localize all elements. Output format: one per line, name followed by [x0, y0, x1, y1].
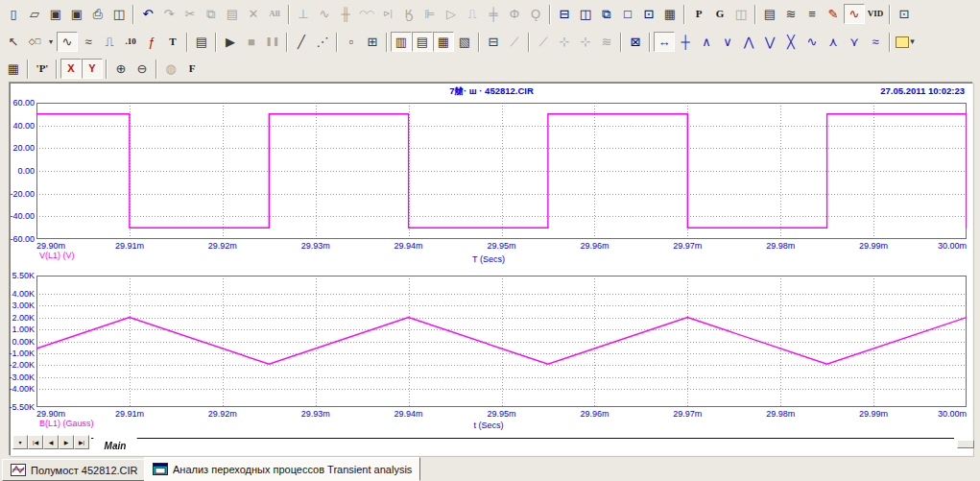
probe-values-button[interactable]: 'P': [32, 59, 53, 79]
pattern-vdots-button[interactable]: ▧: [454, 32, 475, 52]
window-grid-button[interactable]: ◫: [730, 4, 752, 24]
numeric-output-button[interactable]: ▦: [3, 59, 24, 79]
redo-button[interactable]: ↷: [158, 4, 179, 24]
valley-button[interactable]: ∨: [717, 32, 738, 52]
tab-main[interactable]: Main: [93, 438, 137, 453]
zoom-in-button[interactable]: ⊕: [110, 59, 131, 79]
properties-button[interactable]: ▤: [191, 32, 212, 52]
slope-tool-button[interactable]: ⟋: [504, 32, 525, 52]
component-list-button[interactable]: ▤: [759, 4, 780, 24]
print-preview-button[interactable]: ◫: [108, 4, 130, 24]
pulse-source-button[interactable]: ⎍: [462, 4, 483, 24]
current-source-button[interactable]: Ǫ: [525, 4, 546, 24]
sine-source-button[interactable]: Φ: [504, 4, 525, 24]
print-button[interactable]: ⎙: [87, 4, 108, 24]
diode-component-button[interactable]: ⊳|: [377, 4, 398, 24]
component-dropdown-button[interactable]: ▾: [45, 32, 57, 52]
stop-button[interactable]: ■: [241, 32, 262, 52]
y-scale-button[interactable]: Y: [82, 59, 103, 79]
ic-component-button[interactable]: ⊫: [419, 4, 441, 24]
undo-button[interactable]: ↶: [137, 4, 158, 24]
next-page-button[interactable]: ▶: [59, 435, 74, 449]
resistor-component-button[interactable]: ∿: [314, 4, 335, 24]
local-low-button[interactable]: ⋁: [759, 32, 780, 52]
globe-button[interactable]: ◍: [160, 59, 181, 79]
open-file-button[interactable]: ▱: [24, 4, 45, 24]
data-points-button[interactable]: ⊠: [625, 32, 646, 52]
probe-pen-button[interactable]: ✎: [823, 4, 844, 24]
copy-button[interactable]: ⧉: [201, 4, 222, 24]
paste-button[interactable]: ▤: [222, 4, 243, 24]
scope-mode-button[interactable]: ∿: [57, 32, 78, 52]
zoom-out-button[interactable]: ⊖: [131, 59, 153, 79]
line-mode-button[interactable]: ╱: [291, 32, 312, 52]
ground-component-button[interactable]: ⊥: [293, 4, 314, 24]
last-page-button[interactable]: ▶|: [74, 435, 89, 449]
global-high-button[interactable]: ⋏: [823, 32, 844, 52]
cut-button[interactable]: ✂: [179, 4, 201, 24]
tag-vertical-button[interactable]: ⊹: [554, 32, 575, 52]
go-to-branch-button[interactable]: ▾: [894, 32, 917, 52]
vid-button[interactable]: VID: [865, 4, 886, 24]
new-file-button[interactable]: ▯: [3, 4, 24, 24]
document-tab-transient-analysis[interactable]: Анализ переходных процессов Transient an…: [144, 457, 420, 481]
waveform-source-button[interactable]: ≋: [780, 4, 801, 24]
inductor-component-button[interactable]: ◠◠: [356, 4, 377, 24]
page-list-dropdown-button[interactable]: ▾: [12, 435, 28, 449]
component-mode-button[interactable]: ◇□: [24, 32, 45, 52]
next-point-button[interactable]: ┼: [675, 32, 696, 52]
run-button[interactable]: ▶: [220, 32, 241, 52]
pulse-edit-button[interactable]: ⎍: [99, 32, 120, 52]
inflection-button[interactable]: ∿: [801, 32, 823, 52]
pattern-dots-button[interactable]: ▦: [433, 32, 454, 52]
split-vertical-button[interactable]: ◫: [575, 4, 596, 24]
calculator-button[interactable]: ▦: [659, 4, 681, 24]
cascade-windows-button[interactable]: ⧉: [596, 4, 617, 24]
save-group-button[interactable]: ▣: [66, 4, 87, 24]
formula-button[interactable]: ƒ: [141, 32, 162, 52]
model-editor-button[interactable]: ≡: [801, 4, 823, 24]
pattern-vlines-button[interactable]: ▥: [391, 32, 412, 52]
data-grid-button[interactable]: ⊞: [362, 32, 383, 52]
tag-horizontal-button[interactable]: ⟋: [533, 32, 554, 52]
cursor-mode-button[interactable]: ↔: [654, 32, 675, 52]
horizontal-split-button[interactable]: ⊟: [483, 32, 504, 52]
overlap-window-button[interactable]: ⊡: [638, 4, 659, 24]
global-low-button[interactable]: ⋎: [844, 32, 865, 52]
capacitor-component-button[interactable]: ╫: [335, 4, 356, 24]
previous-page-button[interactable]: ◀: [43, 435, 59, 449]
x-scale-button[interactable]: X: [60, 59, 82, 79]
split-horizontal-button[interactable]: ⊟: [554, 4, 575, 24]
plot-area-flux[interactable]: [36, 276, 967, 407]
peak-button[interactable]: ∧: [696, 32, 717, 52]
zoom-region-button[interactable]: ⊡: [894, 4, 915, 24]
local-high-button[interactable]: ⋀: [738, 32, 759, 52]
scope-button[interactable]: ∿: [844, 4, 865, 24]
component-p-button[interactable]: P: [688, 4, 709, 24]
transistor-component-button[interactable]: Ӄ: [398, 4, 419, 24]
buffer-component-button[interactable]: ▷: [441, 4, 462, 24]
slope-button[interactable]: ╳: [780, 32, 801, 52]
tag-point-button[interactable]: ⊹: [575, 32, 596, 52]
align-cursors-button[interactable]: ≋: [596, 32, 617, 52]
select-region-button[interactable]: ▫: [341, 32, 362, 52]
document-tab-schematic[interactable]: Полумост 452812.CIR: [2, 459, 147, 481]
capacitor-polar-button[interactable]: ╪: [483, 4, 504, 24]
save-button[interactable]: ▣: [45, 4, 66, 24]
pattern-hlines-button[interactable]: ▤: [412, 32, 433, 52]
signal-levels-button[interactable]: ≈: [78, 32, 99, 52]
envelope-button[interactable]: ≈: [865, 32, 886, 52]
tabstrip-scroll-thumb[interactable]: [957, 440, 974, 448]
component-g-button[interactable]: G: [709, 4, 730, 24]
select-mode-button[interactable]: ↖: [3, 32, 24, 52]
select-all-button[interactable]: All: [264, 4, 285, 24]
digital-path-button[interactable]: .10: [120, 32, 141, 52]
font-button[interactable]: F: [181, 59, 203, 79]
polyline-mode-button[interactable]: ⋰: [312, 32, 333, 52]
plot-area-voltage[interactable]: [36, 103, 967, 239]
delete-button[interactable]: ✕: [243, 4, 264, 24]
pause-button[interactable]: ❚❚: [262, 32, 283, 52]
first-page-button[interactable]: |◀: [28, 435, 43, 449]
text-mode-button[interactable]: T: [162, 32, 183, 52]
maximize-window-button[interactable]: □: [617, 4, 638, 24]
